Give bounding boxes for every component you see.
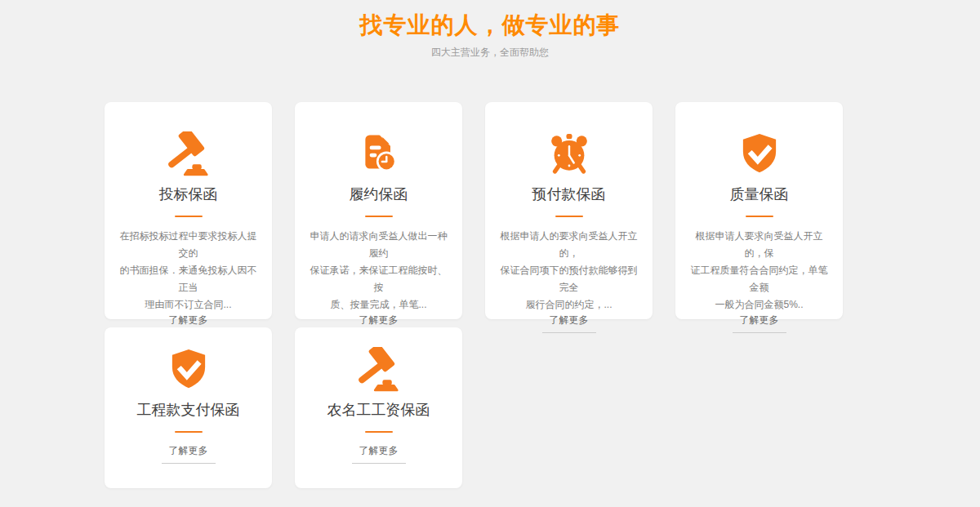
- card-title: 工程款支付保函: [137, 400, 240, 420]
- services-grid: 投标保函 在招标投标过程中要求投标人提交的 的书面担保．来通免投标人因不正当 理…: [105, 102, 980, 488]
- title-divider: [555, 216, 583, 217]
- card-title: 农名工工资保函: [327, 400, 430, 420]
- services-section: 找专业的人，做专业的事 四大主营业务，全面帮助您 投标保函 在招标投标过程中要求…: [0, 0, 980, 488]
- card-description: 在招标投标过程中要求投标人提交的 的书面担保．来通免投标人因不正当 理由而不订立…: [116, 228, 261, 314]
- alarm-clock-icon: [546, 131, 592, 177]
- card-description: 申请人的请求向受益人做出一种履约 保证承诺，来保证工程能按时、按 质、按量完成，…: [306, 228, 451, 314]
- gavel-icon: [166, 131, 212, 177]
- title-divider: [365, 431, 393, 433]
- service-card: 质量保函 根据申请人要求向受益人开立的，保 证工程质量符合合同约定，单笔金额 一…: [675, 102, 843, 319]
- service-card: 工程款支付保函 了解更多: [105, 327, 272, 488]
- page-subtitle: 四大主营业务，全面帮助您: [0, 46, 980, 59]
- card-title: 履约保函: [350, 185, 408, 204]
- service-card: 投标保函 在招标投标过程中要求投标人提交的 的书面担保．来通免投标人因不正当 理…: [105, 102, 272, 319]
- page-title: 找专业的人，做专业的事: [0, 11, 980, 39]
- card-description: 根据申请人要求向受益人开立的，保 证工程质量符合合同约定，单笔金额 一般为合同金…: [687, 228, 831, 314]
- service-card: 履约保函 申请人的请求向受益人做出一种履约 保证承诺，来保证工程能按时、按 质、…: [295, 102, 462, 319]
- card-description: 根据申请人的要求向受益人开立的， 保证合同项下的预付款能够得到完全 履行合同的约…: [497, 228, 641, 314]
- shield-check-icon: [166, 347, 212, 393]
- service-card: 预付款保函 根据申请人的要求向受益人开立的， 保证合同项下的预付款能够得到完全 …: [485, 102, 653, 319]
- learn-more-link[interactable]: 了解更多: [542, 314, 596, 333]
- card-title: 投标保函: [159, 185, 218, 204]
- card-title: 质量保函: [730, 185, 789, 204]
- learn-more-link[interactable]: 了解更多: [733, 314, 786, 333]
- shield-check-icon: [737, 131, 782, 177]
- card-title: 预付款保函: [532, 185, 606, 204]
- title-divider: [746, 216, 773, 217]
- learn-more-link[interactable]: 了解更多: [352, 444, 406, 464]
- title-divider: [175, 216, 203, 217]
- document-clock-icon: [356, 131, 402, 177]
- learn-more-link[interactable]: 了解更多: [162, 444, 216, 464]
- title-divider: [365, 216, 393, 217]
- title-divider: [175, 431, 203, 433]
- gavel-icon: [356, 347, 402, 393]
- service-card: 农名工工资保函 了解更多: [295, 327, 462, 488]
